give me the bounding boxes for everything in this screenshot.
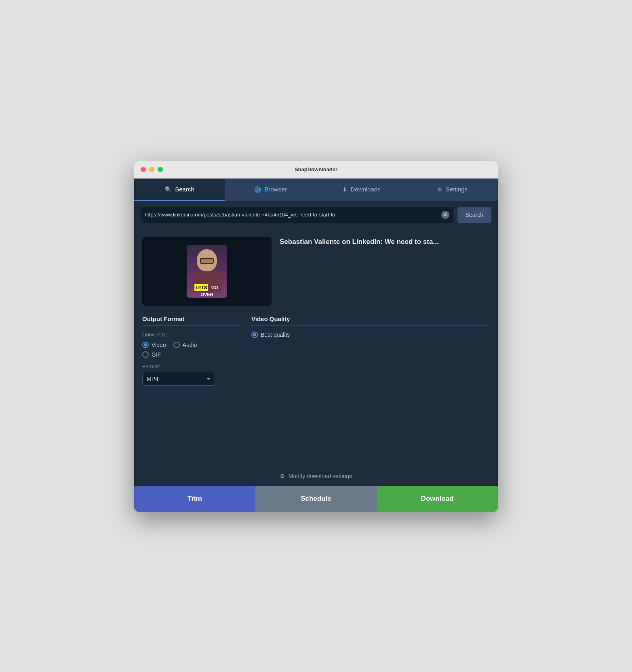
content-spacer — [134, 394, 498, 466]
video-thumbnail: LETS GO OVER — [142, 237, 272, 306]
format-select[interactable]: MP4 MKV AVI MOV WEBM — [142, 372, 215, 386]
app-title: SnapDownloader — [295, 166, 337, 172]
output-format-divider — [142, 326, 239, 326]
radio-audio-circle — [173, 342, 180, 348]
radio-best-quality[interactable]: Best quality — [251, 332, 490, 338]
minimize-button[interactable] — [149, 167, 154, 172]
format-radio-group: Video Audio GIF — [142, 342, 239, 358]
video-quality-title: Video Quality — [251, 315, 490, 322]
radio-audio[interactable]: Audio — [173, 342, 197, 348]
schedule-button[interactable]: Schedule — [255, 486, 377, 512]
tab-browser[interactable]: Browser — [225, 178, 316, 201]
traffic-lights — [141, 167, 163, 172]
tab-browser-label: Browser — [264, 186, 287, 193]
downloads-icon — [342, 186, 347, 193]
url-input-wrapper: ✕ — [141, 207, 453, 223]
app-window: SnapDownloader Search Browser Downloads … — [134, 161, 498, 512]
caption-over: OVER — [194, 292, 219, 297]
tab-settings[interactable]: Settings — [407, 178, 498, 201]
modify-settings[interactable]: Modify download settings — [134, 466, 498, 486]
radio-gif-circle — [142, 351, 149, 358]
video-title: Sebastian Valiente on LinkedIn: We need … — [280, 237, 439, 247]
caption-go: GO — [210, 284, 219, 291]
radio-video-circle — [142, 342, 149, 348]
caption-lets-go: LETS GO — [194, 283, 219, 292]
tab-downloads[interactable]: Downloads — [316, 178, 407, 201]
video-section: LETS GO OVER Sebastian Valiente on Linke… — [142, 237, 490, 306]
options-section: Output Format Convert to: Video Audio — [142, 315, 490, 386]
format-select-label: Format: — [142, 363, 239, 370]
gear-icon — [280, 473, 285, 479]
search-bar-container: ✕ Search — [134, 201, 498, 229]
url-input[interactable] — [145, 212, 441, 218]
video-quality-panel: Video Quality Best quality — [251, 315, 490, 338]
video-quality-divider — [251, 326, 490, 326]
search-button[interactable]: Search — [457, 207, 491, 223]
tab-search-label: Search — [175, 186, 194, 193]
format-radio-row-2: GIF — [142, 351, 239, 358]
convert-label: Convert to: — [142, 332, 239, 338]
main-content: LETS GO OVER Sebastian Valiente on Linke… — [134, 229, 498, 394]
tab-downloads-label: Downloads — [350, 186, 380, 193]
output-format-panel: Output Format Convert to: Video Audio — [142, 315, 239, 386]
radio-audio-label: Audio — [183, 342, 197, 348]
title-bar: SnapDownloader — [134, 161, 498, 178]
format-radio-row-1: Video Audio — [142, 342, 239, 348]
settings-icon — [437, 186, 442, 193]
video-caption-overlay: LETS GO OVER — [194, 283, 219, 297]
maximize-button[interactable] — [158, 167, 163, 172]
radio-gif-label: GIF — [152, 351, 161, 358]
url-clear-button[interactable]: ✕ — [441, 211, 449, 219]
radio-video[interactable]: Video — [142, 342, 166, 348]
nav-tabs: Search Browser Downloads Settings — [134, 178, 498, 201]
radio-best-quality-circle — [251, 332, 258, 338]
radio-gif[interactable]: GIF — [142, 351, 161, 358]
close-button[interactable] — [141, 167, 146, 172]
browser-icon — [254, 186, 261, 193]
footer-buttons: Trim Schedule Download — [134, 486, 498, 512]
caption-lets: LETS — [194, 284, 208, 291]
output-format-title: Output Format — [142, 315, 239, 322]
radio-best-quality-label: Best quality — [261, 332, 290, 338]
trim-button[interactable]: Trim — [134, 486, 255, 512]
person-glasses — [200, 258, 214, 264]
download-button[interactable]: Download — [377, 486, 498, 512]
modify-settings-label: Modify download settings — [289, 473, 352, 479]
person-head — [197, 249, 217, 271]
tab-settings-label: Settings — [446, 186, 468, 193]
search-icon — [165, 186, 172, 193]
tab-search[interactable]: Search — [134, 178, 225, 201]
radio-video-label: Video — [152, 342, 166, 348]
